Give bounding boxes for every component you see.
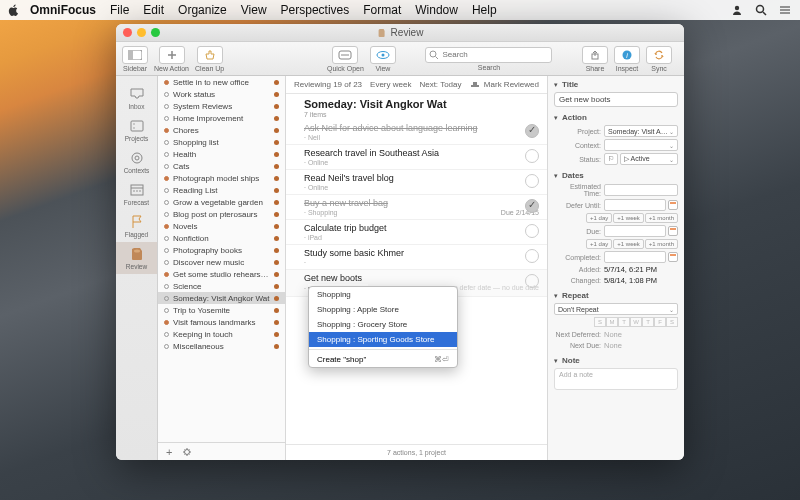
project-settings-button[interactable] — [182, 447, 192, 457]
add-project-button[interactable]: + — [166, 446, 172, 458]
review-interval[interactable]: Every week — [370, 80, 411, 89]
inspector-title-header[interactable]: Title — [562, 80, 578, 89]
sidebar-item-flagged[interactable]: Flagged — [116, 210, 157, 242]
calendar-icon[interactable] — [668, 226, 678, 236]
task-checkbox[interactable] — [525, 249, 539, 263]
task-checkbox[interactable] — [525, 124, 539, 138]
project-row[interactable]: Novels — [158, 220, 285, 232]
project-row[interactable]: Science — [158, 280, 285, 292]
project-row[interactable]: Trip to Yosemite — [158, 304, 285, 316]
repeat-day[interactable]: M — [606, 317, 618, 327]
project-row[interactable]: Miscellaneous — [158, 340, 285, 352]
apple-icon[interactable] — [8, 4, 20, 16]
sidebar-item-review[interactable]: Review — [116, 242, 157, 274]
sidebar-item-inbox[interactable]: Inbox — [116, 82, 157, 114]
search-field[interactable]: Search — [402, 47, 576, 71]
menu-edit[interactable]: Edit — [143, 3, 164, 17]
menu-view[interactable]: View — [241, 3, 267, 17]
user-icon[interactable] — [730, 3, 744, 17]
menu-help[interactable]: Help — [472, 3, 497, 17]
calendar-icon[interactable] — [668, 252, 678, 262]
estimated-time-field[interactable] — [604, 184, 678, 196]
inspector-note-header[interactable]: Note — [562, 356, 580, 365]
calendar-icon[interactable] — [668, 200, 678, 210]
due-chip[interactable]: +1 day — [586, 239, 612, 249]
project-select[interactable]: Someday: Visit A…⌄ — [604, 125, 678, 137]
due-chip[interactable]: +1 week — [613, 239, 644, 249]
project-row[interactable]: Get some studio rehearsal time — [158, 268, 285, 280]
project-row[interactable]: Work status — [158, 88, 285, 100]
project-row[interactable]: Grow a vegetable garden — [158, 196, 285, 208]
project-row[interactable]: Health — [158, 148, 285, 160]
completed-field[interactable] — [604, 251, 666, 263]
repeat-select[interactable]: Don't Repeat⌄ — [554, 303, 678, 315]
task-checkbox[interactable] — [525, 199, 539, 213]
project-row[interactable]: Blog post on pterosaurs — [158, 208, 285, 220]
task-checkbox[interactable] — [525, 174, 539, 188]
repeat-day[interactable]: F — [654, 317, 666, 327]
inspect-button[interactable]: i Inspect — [614, 46, 640, 72]
ac-option[interactable]: Shopping : Apple Store — [309, 302, 457, 317]
menu-window[interactable]: Window — [415, 3, 458, 17]
task-row[interactable]: Ask Neil for advice about language learn… — [286, 120, 547, 145]
title-field[interactable]: Get new boots — [554, 92, 678, 107]
menu-app[interactable]: OmniFocus — [30, 3, 96, 17]
project-row[interactable]: Shopping list — [158, 136, 285, 148]
note-field[interactable]: Add a note — [554, 368, 678, 390]
project-row[interactable]: Chores — [158, 124, 285, 136]
repeat-day[interactable]: T — [618, 317, 630, 327]
mark-reviewed-button[interactable]: Mark Reviewed — [484, 80, 539, 89]
project-row[interactable]: Settle in to new office — [158, 76, 285, 88]
task-row[interactable]: Read Neil's travel blog· Online — [286, 170, 547, 195]
status-select[interactable]: ▷ Active⌄ — [620, 153, 678, 165]
window-minimize-button[interactable] — [137, 28, 146, 37]
project-row[interactable]: Cats — [158, 160, 285, 172]
task-row[interactable]: Study some basic Khmer· — [286, 245, 547, 270]
quick-open-button[interactable]: Quick Open — [327, 46, 364, 72]
defer-chip[interactable]: +1 week — [613, 213, 644, 223]
ac-option-selected[interactable]: Shopping : Sporting Goods Store — [309, 332, 457, 347]
sidebar-toggle-button[interactable]: Sidebar — [122, 46, 148, 72]
ac-option[interactable]: Shopping — [309, 287, 457, 302]
task-checkbox[interactable] — [525, 274, 539, 288]
task-row[interactable]: Calculate trip budget· iPad — [286, 220, 547, 245]
spotlight-icon[interactable] — [754, 3, 768, 17]
context-select[interactable]: ⌄ — [604, 139, 678, 151]
new-action-button[interactable]: New Action — [154, 46, 189, 72]
sidebar-item-forecast[interactable]: Forecast — [116, 178, 157, 210]
due-field[interactable] — [604, 225, 666, 237]
project-row[interactable]: Home Improvement — [158, 112, 285, 124]
due-chip[interactable]: +1 month — [645, 239, 678, 249]
project-header[interactable]: Someday: Visit Angkor Wat 7 items — [286, 94, 547, 120]
menu-extras-icon[interactable] — [778, 3, 792, 17]
project-row[interactable]: Photography books — [158, 244, 285, 256]
defer-until-field[interactable] — [604, 199, 666, 211]
inspector-repeat-header[interactable]: Repeat — [562, 291, 589, 300]
inspector-dates-header[interactable]: Dates — [562, 171, 584, 180]
sidebar-item-contexts[interactable]: Contexts — [116, 146, 157, 178]
window-close-button[interactable] — [123, 28, 132, 37]
menu-organize[interactable]: Organize — [178, 3, 227, 17]
cleanup-button[interactable]: Clean Up — [195, 46, 224, 72]
flag-toggle[interactable]: ⚐ — [604, 153, 618, 165]
project-row[interactable]: Keeping in touch — [158, 328, 285, 340]
project-row[interactable]: Discover new music — [158, 256, 285, 268]
repeat-day[interactable]: S — [594, 317, 606, 327]
project-row[interactable]: Photograph model ships — [158, 172, 285, 184]
project-row[interactable]: Visit famous landmarks — [158, 316, 285, 328]
search-input[interactable] — [425, 47, 552, 63]
project-row[interactable]: Reading List — [158, 184, 285, 196]
menu-format[interactable]: Format — [363, 3, 401, 17]
project-row[interactable]: Nonfiction — [158, 232, 285, 244]
defer-chip[interactable]: +1 day — [586, 213, 612, 223]
task-row[interactable]: Buy a new travel bag· ShoppingDue 2/14/1… — [286, 195, 547, 220]
repeat-day[interactable]: W — [630, 317, 642, 327]
task-checkbox[interactable] — [525, 149, 539, 163]
sidebar-item-projects[interactable]: Projects — [116, 114, 157, 146]
defer-chip[interactable]: +1 month — [645, 213, 678, 223]
ac-create-option[interactable]: Create "shop" ⌘⏎ — [309, 352, 457, 367]
inspector-action-header[interactable]: Action — [562, 113, 587, 122]
review-next[interactable]: Next: Today — [419, 80, 461, 89]
view-button[interactable]: View — [370, 46, 396, 72]
ac-option[interactable]: Shopping : Grocery Store — [309, 317, 457, 332]
